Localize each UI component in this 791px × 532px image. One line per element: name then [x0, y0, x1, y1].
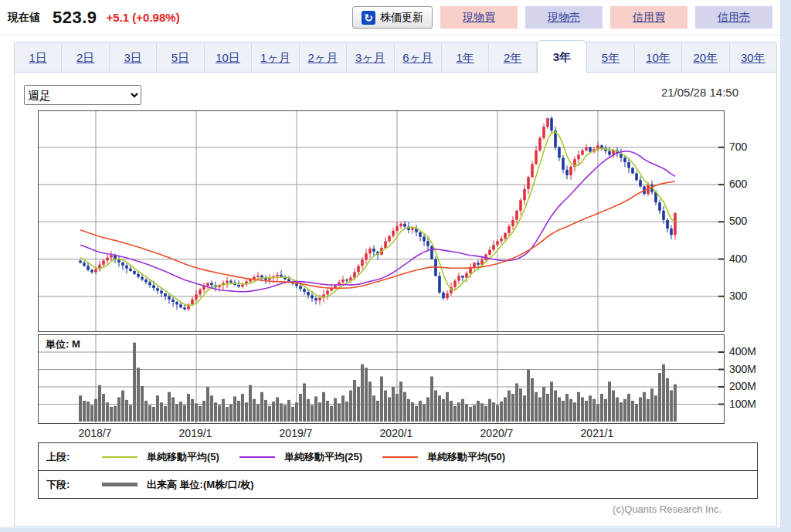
period-tab-30年[interactable]: 30年 [730, 43, 776, 72]
date-axis-label: 2019/7 [269, 427, 323, 439]
price-axis-label: 400 [729, 252, 766, 265]
period-tab-10年[interactable]: 10年 [635, 43, 682, 72]
price-change: +5.1 (+0.98%) [107, 11, 180, 24]
volume-pane: 単位: M [38, 334, 725, 424]
period-tab-1日[interactable]: 1日 [15, 43, 62, 72]
chart-panel: 週足 21/05/28 14:50 単位: M 7006005004003004… [14, 73, 777, 527]
volume-legend-label: 出来高 単位:(M株/口/枚) [147, 478, 254, 492]
trade-button-信用買[interactable]: 信用買 [610, 6, 687, 29]
volume-axis-label: 400M [729, 345, 766, 357]
volume-bar-swatch [102, 483, 137, 486]
legend-upper-row: 上段: 単純移動平均(5) 単純移動平均(25) 単純移動平均(50) [39, 443, 757, 470]
period-tab-20年[interactable]: 20年 [682, 43, 729, 72]
refresh-button-label: 株価更新 [380, 11, 423, 25]
period-tab-6ヶ月[interactable]: 6ヶ月 [395, 43, 442, 72]
window-edge-right [780, 0, 791, 532]
price-axis-label: 300 [729, 290, 766, 302]
refresh-icon: ↻ [362, 11, 375, 25]
window-edge-bottom [0, 527, 791, 532]
volume-axis-label: 200M [729, 380, 766, 392]
period-tab-3ヶ月[interactable]: 3ヶ月 [347, 43, 394, 72]
current-price-label: 現在値 [8, 11, 40, 25]
date-axis-label: 2018/7 [68, 427, 122, 439]
date-axis-label: 2020/7 [470, 427, 524, 439]
trade-buttons: 現物買現物売信用買信用売 [440, 6, 772, 29]
ma50-line-swatch [382, 456, 418, 458]
volume-axis-label: 300M [729, 363, 766, 375]
refresh-quote-button[interactable]: ↻ 株価更新 [352, 6, 433, 29]
price-axis-label: 500 [729, 215, 766, 227]
period-tab-2年[interactable]: 2年 [489, 43, 536, 72]
volume-chart [39, 335, 724, 423]
current-price-value: 523.9 [53, 8, 97, 28]
period-tab-5日[interactable]: 5日 [157, 43, 204, 72]
ma50-legend-label: 単純移動平均(50) [427, 450, 505, 464]
trade-button-現物売[interactable]: 現物売 [525, 6, 603, 29]
quote-header: 現在値 523.9 +5.1 (+0.98%) ↻ 株価更新 現物買現物売信用買… [0, 0, 780, 36]
volume-unit-label: 単位: M [44, 337, 82, 351]
period-tabbar: 1日2日3日5日10日1ヶ月2ヶ月3ヶ月6ヶ月1年2年3年5年10年20年30年 [14, 42, 777, 73]
date-axis-label: 2021/1 [570, 427, 624, 439]
date-axis-label: 2019/1 [168, 427, 222, 439]
ma5-line-swatch [102, 456, 137, 458]
copyright: (c)Quants Research Inc. [613, 503, 721, 515]
ma25-line-swatch [239, 456, 275, 458]
chart-legend: 上段: 単純移動平均(5) 単純移動平均(25) 単純移動平均(50) 下段: … [38, 442, 758, 499]
period-tab-2日[interactable]: 2日 [62, 43, 109, 72]
trade-button-現物買[interactable]: 現物買 [440, 6, 518, 29]
price-axis-label: 700 [729, 141, 766, 153]
header-buttons: ↻ 株価更新 現物買現物売信用買信用売 [352, 6, 772, 29]
price-pane [38, 110, 725, 332]
trade-button-信用売[interactable]: 信用売 [695, 6, 772, 29]
period-tab-2ヶ月[interactable]: 2ヶ月 [300, 43, 347, 72]
period-tab-1年[interactable]: 1年 [442, 43, 489, 72]
volume-axis-label: 100M [729, 398, 766, 410]
date-axis-label: 2020/1 [369, 427, 423, 439]
period-tab-10日[interactable]: 10日 [205, 43, 252, 72]
legend-lower-row: 下段: 出来高 単位:(M株/口/枚) [39, 470, 757, 498]
quote-timestamp: 21/05/28 14:50 [661, 86, 738, 99]
ma25-legend-label: 単純移動平均(25) [284, 450, 362, 464]
legend-lower-label: 下段: [46, 478, 82, 492]
candlestick-chart [39, 111, 724, 331]
period-tab-5年[interactable]: 5年 [587, 43, 634, 72]
ma5-legend-label: 単純移動平均(5) [147, 450, 219, 464]
legend-upper-label: 上段: [46, 450, 82, 464]
period-tab-3年[interactable]: 3年 [537, 40, 587, 73]
period-tab-3日[interactable]: 3日 [110, 43, 157, 72]
interval-select[interactable]: 週足 [24, 85, 141, 105]
period-tab-1ヶ月[interactable]: 1ヶ月 [252, 43, 299, 72]
price-axis-label: 600 [729, 178, 766, 190]
